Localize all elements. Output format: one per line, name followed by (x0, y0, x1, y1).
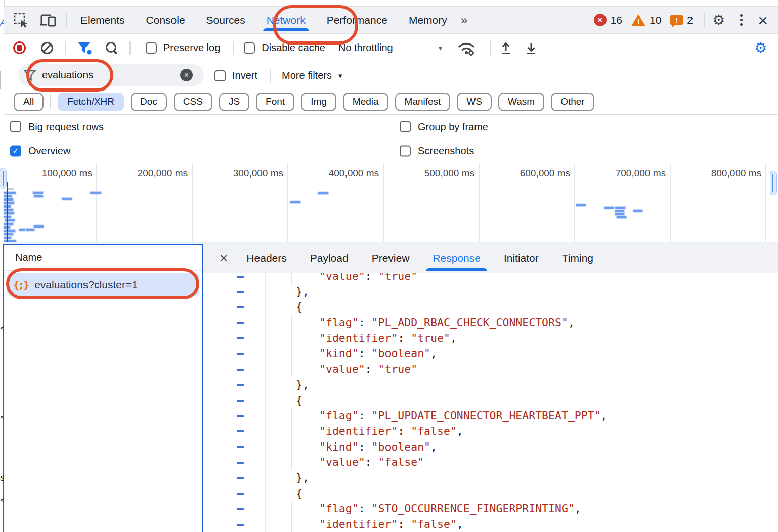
request-timing-bar[interactable] (33, 192, 43, 194)
request-timing-bar[interactable] (576, 204, 586, 207)
request-name[interactable]: evaluations?cluster=1 (34, 279, 138, 291)
big-request-rows-checkbox[interactable] (10, 121, 21, 132)
response-code-line[interactable]: }, (203, 377, 778, 393)
import-har-icon[interactable] (499, 40, 513, 56)
request-timing-bar[interactable] (4, 216, 11, 218)
type-filter-manifest[interactable]: Manifest (395, 93, 451, 111)
request-timing-bar[interactable] (4, 195, 12, 198)
error-count[interactable]: 16 (611, 14, 622, 26)
invert-label[interactable]: Invert (232, 70, 257, 81)
screenshots-checkbox[interactable] (400, 145, 411, 156)
request-timing-bar[interactable] (4, 192, 16, 194)
request-timing-bar[interactable] (4, 230, 15, 232)
disable-cache-label[interactable]: Disable cache (262, 42, 325, 54)
customize-menu-icon[interactable] (736, 14, 747, 26)
response-code-line[interactable]: "flag": "PL_UPDATE_CONNECTOR_HEARTBEAT_P… (203, 408, 778, 424)
response-code-line[interactable]: { (203, 299, 778, 315)
response-code-line[interactable]: "kind": "boolean", (203, 439, 778, 455)
throttling-caret-icon[interactable]: ▾ (439, 43, 443, 53)
record-network-log-icon[interactable] (13, 41, 26, 54)
response-code-line[interactable]: { (203, 393, 778, 409)
response-code-line[interactable]: "kind": "boolean", (203, 346, 778, 362)
network-settings-gear-icon[interactable]: ⚙ (754, 39, 767, 56)
type-filter-wasm[interactable]: Wasm (498, 93, 544, 111)
tab-performance[interactable]: Performance (316, 14, 398, 26)
type-filter-js[interactable]: JS (219, 93, 249, 111)
request-timing-bar[interactable] (4, 209, 13, 211)
request-row[interactable]: {;} evaluations?cluster=1 (7, 273, 199, 296)
request-timing-bar[interactable] (4, 223, 13, 225)
close-detail-pane-icon[interactable]: × (220, 251, 228, 265)
type-filter-other[interactable]: Other (551, 93, 594, 111)
request-timing-bar[interactable] (62, 198, 72, 200)
type-filter-ws[interactable]: WS (457, 93, 492, 111)
type-filter-media[interactable]: Media (343, 93, 388, 111)
request-timing-bar[interactable] (617, 216, 626, 219)
clear-filter-icon[interactable]: × (180, 69, 193, 81)
detail-tab-timing[interactable]: Timing (550, 252, 605, 264)
request-timing-bar[interactable] (604, 207, 614, 209)
type-filter-all[interactable]: All (14, 93, 44, 111)
request-timing-bar[interactable] (290, 201, 300, 204)
request-timing-bar[interactable] (4, 198, 13, 201)
filter-value[interactable]: evaluations (42, 69, 93, 81)
more-filters-caret-icon[interactable]: ▾ (338, 71, 342, 80)
big-request-rows-label[interactable]: Big request rows (28, 121, 104, 132)
group-by-frame-label[interactable]: Group by frame (418, 121, 488, 132)
response-code-line[interactable]: "identifier": "false", (203, 517, 778, 532)
request-timing-bar[interactable] (615, 210, 624, 213)
tab-network[interactable]: Network (256, 14, 316, 26)
request-timing-bar[interactable] (4, 237, 11, 239)
response-code-line[interactable]: "identifier": "true", (203, 331, 778, 346)
response-code-line[interactable]: "flag": "STO_OCCURRENCE_FINGERPRINTING", (203, 501, 778, 517)
more-filters-button[interactable]: More filters (282, 70, 332, 81)
overview-left-handle[interactable] (0, 168, 7, 189)
clear-network-log-icon[interactable] (41, 42, 53, 54)
response-code-line[interactable]: }, (203, 284, 778, 300)
detail-tab-payload[interactable]: Payload (298, 252, 360, 264)
request-timing-bar[interactable] (34, 195, 43, 198)
more-tabs-icon[interactable]: » (458, 13, 469, 27)
request-timing-bar[interactable] (90, 192, 101, 194)
disable-cache-checkbox[interactable] (244, 42, 255, 54)
screenshots-label[interactable]: Screenshots (418, 145, 474, 157)
request-timing-bar[interactable] (615, 207, 625, 209)
network-conditions-icon[interactable] (456, 40, 477, 56)
warning-count[interactable]: 10 (650, 14, 661, 26)
request-timing-bar[interactable] (633, 210, 642, 212)
request-timing-bar[interactable] (318, 192, 328, 195)
export-har-icon[interactable] (524, 40, 538, 56)
detail-tab-headers[interactable]: Headers (235, 252, 298, 264)
type-filter-doc[interactable]: Doc (131, 93, 167, 111)
overview-right-handle[interactable] (770, 171, 777, 195)
name-column-header[interactable]: Name (4, 245, 202, 271)
response-code-line[interactable]: "flag": "PL_ADD_RBAC_CHECK_CONNECTORS", (203, 315, 778, 331)
response-code-line[interactable]: }, (203, 470, 778, 486)
detail-tab-initiator[interactable]: Initiator (492, 252, 550, 264)
warning-badge-icon[interactable]: ! (631, 14, 645, 26)
throttling-select[interactable]: No throttling (338, 42, 393, 54)
filter-toggle-icon[interactable] (77, 41, 92, 55)
type-filter-img[interactable]: Img (301, 93, 336, 111)
detail-tab-response[interactable]: Response (421, 252, 492, 264)
request-timing-bar[interactable] (26, 229, 34, 231)
search-network-icon[interactable] (105, 41, 118, 55)
type-filter-font[interactable]: Font (256, 93, 294, 111)
tab-elements[interactable]: Elements (70, 14, 136, 26)
request-timing-bar[interactable] (4, 233, 13, 236)
response-code-line[interactable]: "value": "true" (203, 362, 778, 377)
response-body-view[interactable]: "value": "true"},{"flag": "PL_ADD_RBAC_C… (203, 269, 778, 532)
response-code-line[interactable]: "identifier": "false", (203, 424, 778, 439)
toggle-device-toolbar-icon[interactable] (39, 13, 57, 28)
type-filter-css[interactable]: CSS (174, 93, 212, 111)
settings-gear-icon[interactable]: ⚙ (712, 12, 725, 28)
request-timing-bar[interactable] (615, 213, 624, 216)
tab-sources[interactable]: Sources (196, 14, 256, 26)
type-filter-fetch-xhr[interactable]: Fetch/XHR (58, 93, 124, 111)
filter-input[interactable]: evaluations × (18, 64, 204, 86)
tab-console[interactable]: Console (136, 14, 196, 26)
request-timing-bar[interactable] (19, 229, 26, 231)
request-timing-bar[interactable] (34, 225, 44, 228)
issues-badge-icon[interactable]: ! (670, 15, 683, 25)
response-code-line[interactable]: { (203, 486, 778, 502)
